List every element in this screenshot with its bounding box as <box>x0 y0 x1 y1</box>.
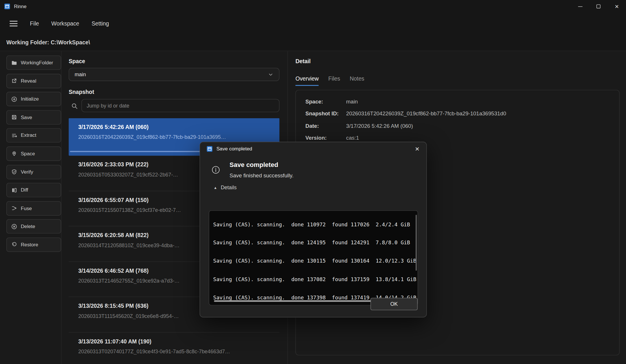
dialog-close-button[interactable]: ✕ <box>410 143 424 155</box>
info-icon <box>212 166 220 174</box>
dialog-heading: Save completed <box>230 161 278 169</box>
title-bar: Rinne ✕ <box>0 0 626 13</box>
sidebar-item-label: Restore <box>21 242 38 247</box>
detail-tabs: Overview Files Notes <box>295 75 364 86</box>
dialog-body: Save completed Save finished successfull… <box>200 156 426 318</box>
log-line: Saving (CAS). scanning. done 110972 foun… <box>213 221 414 228</box>
search-icon <box>71 103 78 109</box>
snapshot-date: 3/13/2026 11:07:40 AM (190) <box>78 338 270 344</box>
window-title: Rinne <box>14 3 26 9</box>
sidebar-item-label: Reveal <box>21 78 37 83</box>
sidebar-item-verify[interactable]: Verify <box>6 165 61 179</box>
snapshot-id: 20260316T204226039Z_019cf862-bb77-7fcb-b… <box>78 134 270 140</box>
ok-button[interactable]: OK <box>370 298 418 310</box>
hamburger-menu-icon[interactable] <box>10 21 18 26</box>
minimize-icon <box>578 6 582 6</box>
save-icon <box>11 114 17 120</box>
field-value: 3/17/2026 5:42:26 AM (060) <box>346 123 413 129</box>
sidebar-item-label: Extract <box>21 133 37 138</box>
sidebar-item-label: Verify <box>21 169 33 174</box>
sidebar-item-label: Space <box>21 151 35 156</box>
menu-file[interactable]: File <box>30 20 39 27</box>
detail-row-space: Space: main <box>296 95 619 108</box>
log-line: Saving (CAS). scanning. done 137082 foun… <box>213 276 414 283</box>
sidebar-item-delete[interactable]: Delete <box>6 219 61 234</box>
close-button[interactable]: ✕ <box>608 0 626 13</box>
detail-row-date: Date: 3/17/2026 5:42:26 AM (060) <box>296 120 619 132</box>
log-output-box[interactable]: Saving (CAS). scanning. done 110972 foun… <box>209 210 418 305</box>
space-pin-icon <box>11 151 17 157</box>
maximize-icon <box>596 4 600 8</box>
sidebar-item-label: Delete <box>21 224 35 229</box>
tab-overview[interactable]: Overview <box>295 75 319 86</box>
field-value: 20260316T204226039Z_019cf862-bb77-7fcb-b… <box>346 111 506 117</box>
sidebar-item-label: Diff <box>21 187 28 193</box>
tab-notes[interactable]: Notes <box>350 75 364 86</box>
app-icon <box>4 3 10 10</box>
log-output: Saving (CAS). scanning. done 110972 foun… <box>213 210 414 305</box>
sidebar-item-workingfolder[interactable]: WorkingFolder <box>6 55 61 70</box>
minimize-button[interactable] <box>571 0 589 13</box>
window-controls: ✕ <box>571 0 626 13</box>
merge-icon <box>11 205 17 211</box>
app-window: Rinne ✕ File Workspace Setting Working F… <box>0 0 626 364</box>
menu-bar: File Workspace Setting <box>0 13 626 34</box>
log-line: Saving (CAS). scanning. done 124195 foun… <box>213 240 414 246</box>
sidebar-item-label: Fuse <box>21 205 32 211</box>
sidebar-item-restore[interactable]: Restore <box>6 238 61 252</box>
log-horizontal-scrollbar[interactable] <box>214 300 372 302</box>
delete-circle-x-icon <box>11 223 17 230</box>
sidebar-item-fuse[interactable]: Fuse <box>6 201 61 216</box>
working-folder-label: Working Folder: C:\WorkSpace\ <box>6 39 90 46</box>
sidebar-item-space[interactable]: Space <box>6 147 61 161</box>
dialog-message: Save finished successfully. <box>230 172 294 179</box>
diff-columns-icon <box>11 187 17 193</box>
sidebar-item-save[interactable]: Save <box>6 110 61 125</box>
sidebar-item-reveal[interactable]: Reveal <box>6 74 61 88</box>
space-select-value: main <box>75 72 86 78</box>
space-select[interactable]: main <box>69 68 279 81</box>
save-completed-dialog: Save completed ✕ Save completed Save fin… <box>200 142 427 317</box>
sidebar-item-label: Save <box>21 114 32 120</box>
detail-panel-title: Detail <box>295 58 311 64</box>
folder-icon <box>11 60 17 66</box>
chevron-down-icon <box>268 72 273 77</box>
field-label: Space: <box>305 99 346 105</box>
undo-arrow-icon <box>11 242 17 248</box>
field-value: cas:1 <box>346 135 359 141</box>
snapshot-date: 3/17/2026 5:42:26 AM (060) <box>78 124 270 130</box>
menu-workspace[interactable]: Workspace <box>51 20 79 27</box>
snapshot-id: 20260313T020740177Z_019ce4f3-0e91-7ad5-8… <box>78 348 270 354</box>
field-value: main <box>346 99 358 105</box>
reveal-icon <box>11 78 17 84</box>
sidebar-splitter <box>61 51 61 364</box>
working-folder-bar: Working Folder: C:\WorkSpace\ <box>0 34 626 51</box>
snapshot-list-item[interactable]: 3/13/2026 11:07:40 AM (190) 20260313T020… <box>69 332 279 364</box>
menu-setting[interactable]: Setting <box>92 20 109 27</box>
maximize-button[interactable] <box>589 0 607 13</box>
sidebar-item-initialize[interactable]: Initialize <box>6 92 61 106</box>
initialize-icon <box>11 96 17 102</box>
snapshot-search-input[interactable] <box>81 99 279 112</box>
dialog-app-icon <box>206 146 213 152</box>
space-section-label: Space <box>69 58 85 64</box>
tab-files[interactable]: Files <box>328 75 340 86</box>
sidebar-item-diff[interactable]: Diff <box>6 183 61 197</box>
dialog-title: Save completed <box>216 146 252 152</box>
details-toggle[interactable]: ▲ Details <box>214 184 236 190</box>
close-icon: ✕ <box>615 4 619 9</box>
dialog-title-bar: Save completed ✕ <box>200 142 426 156</box>
field-label: Date: <box>305 123 346 129</box>
shield-check-icon <box>11 169 17 175</box>
sidebar-item-label: Initialize <box>21 96 39 102</box>
detail-row-snapshot-id: Snapshot ID: 20260316T204226039Z_019cf86… <box>296 108 619 120</box>
log-vertical-scrollbar[interactable] <box>416 215 417 271</box>
close-icon: ✕ <box>415 146 419 152</box>
log-line: Saving (CAS). scanning. done 130115 foun… <box>213 258 414 264</box>
sidebar-item-label: WorkingFolder <box>21 60 53 65</box>
sidebar-item-extract[interactable]: Extract <box>6 128 61 143</box>
extract-icon <box>11 132 17 139</box>
sidebar: WorkingFolder Reveal Initialize Save Ext… <box>6 55 61 252</box>
collapse-triangle-icon: ▲ <box>214 185 217 190</box>
field-label: Version: <box>305 135 346 141</box>
